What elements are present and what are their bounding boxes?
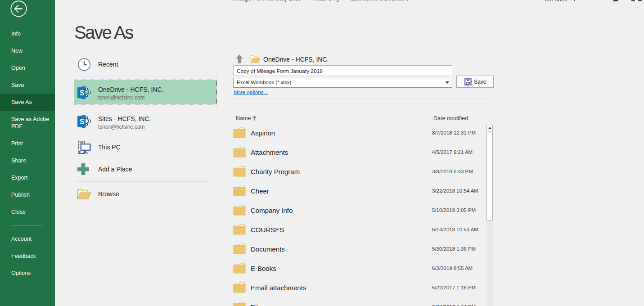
- svg-text:S: S: [80, 89, 84, 97]
- svg-text:S: S: [80, 117, 84, 126]
